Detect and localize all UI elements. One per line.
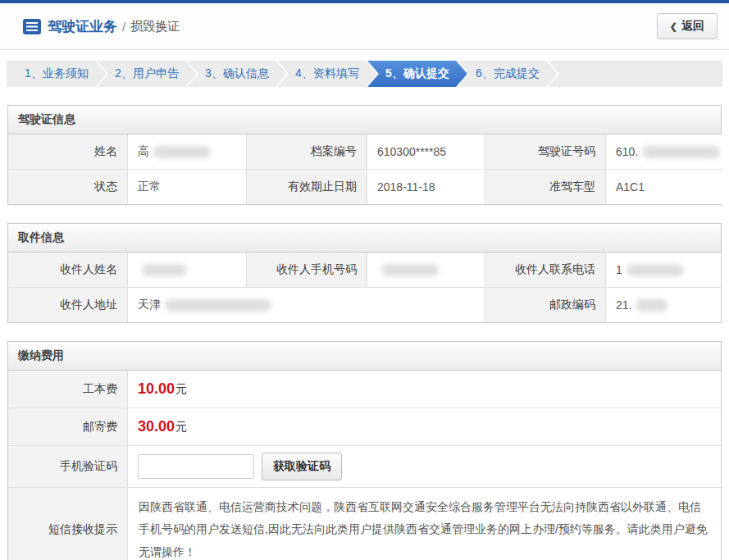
license-info-title: 驾驶证信息	[8, 106, 721, 134]
recipient-name-label: 收件人姓名	[8, 253, 127, 287]
postage-fee-label: 邮寄费	[8, 408, 127, 445]
postage-fee-unit: 元	[175, 420, 187, 435]
expiry-date-label: 有效期止日期	[247, 170, 367, 204]
pickup-info-section: 取件信息 收件人姓名 收件人手机号码 收件人联系电话 1 收件人地址 天津 邮政…	[7, 223, 722, 323]
pickup-info-table: 收件人姓名 收件人手机号码 收件人联系电话 1 收件人地址 天津 邮政编码 21…	[8, 253, 721, 322]
file-number-value: 610300****85	[367, 134, 485, 169]
name-label: 姓名	[8, 134, 127, 169]
production-fee-value: 10.00 元	[128, 371, 721, 407]
postcode-value: 21.	[606, 288, 721, 322]
recipient-address-label: 收件人地址	[8, 288, 127, 322]
postage-fee-value: 30.00 元	[128, 408, 721, 445]
license-number-value: 610.	[606, 134, 729, 169]
step-label: 5、确认提交	[385, 66, 449, 81]
production-fee-label: 工本费	[8, 371, 127, 407]
step-4-fill-data[interactable]: 4、资料填写	[277, 61, 377, 87]
production-fee-unit: 元	[175, 382, 187, 397]
recipient-phone-value: 1	[606, 253, 721, 287]
step-5-confirm-submit-active[interactable]: 5、确认提交	[367, 61, 467, 87]
step-label: 6、完成提交	[476, 66, 540, 81]
step-label: 2、用户申告	[115, 66, 179, 81]
breadcrumb-current: 损毁换证	[130, 19, 180, 34]
redacted-recipient-phone	[626, 264, 684, 276]
name-value: 高	[128, 134, 246, 169]
breadcrumb-separator: /	[122, 20, 125, 34]
production-fee-amount: 10.00	[138, 380, 175, 398]
step-label: 3、确认信息	[205, 66, 269, 81]
vehicle-class-value: A1C1	[606, 170, 729, 204]
breadcrumb: 驾驶证业务 / 损毁换证	[23, 17, 180, 36]
redacted-recipient-name	[142, 264, 187, 276]
postcode-label: 邮政编码	[485, 288, 605, 322]
vehicle-class-label: 准驾车型	[485, 170, 605, 204]
postage-fee-amount: 30.00	[138, 418, 175, 435]
sms-code-input[interactable]	[138, 454, 254, 479]
recipient-name-value	[128, 253, 246, 287]
status-value: 正常	[128, 170, 246, 204]
redacted-recipient-address	[165, 299, 271, 312]
redacted-license-number	[642, 146, 720, 158]
sms-code-label: 手机验证码	[8, 446, 127, 487]
recipient-address-value: 天津	[128, 288, 485, 322]
recipient-mobile-value	[367, 253, 485, 287]
step-label: 1、业务须知	[25, 66, 89, 81]
expiry-date-value: 2018-11-18	[367, 170, 485, 204]
get-sms-code-button[interactable]: 获取验证码	[262, 453, 342, 480]
payment-section: 缴纳费用 工本费 10.00 元 邮寄费 30.00 元 手机验证码 获取验证码…	[7, 341, 722, 560]
redacted-name	[153, 146, 211, 158]
step-wizard: 1、业务须知 2、用户申告 3、确认信息 4、资料填写 5、确认提交 6、完成提…	[7, 61, 722, 87]
back-button-label: 返回	[681, 19, 704, 34]
sms-code-row: 获取验证码	[128, 446, 721, 487]
step-1-business-notice[interactable]: 1、业务须知	[7, 61, 107, 87]
recipient-mobile-label: 收件人手机号码	[247, 253, 367, 287]
license-number-label: 驾驶证号码	[485, 134, 605, 169]
recipient-phone-label: 收件人联系电话	[485, 253, 605, 287]
document-list-icon	[23, 19, 41, 34]
sms-notice-label: 短信接收提示	[8, 488, 127, 560]
step-6-complete-submit[interactable]: 6、完成提交	[458, 61, 558, 87]
payment-table: 工本费 10.00 元 邮寄费 30.00 元 手机验证码 获取验证码 短信接收…	[8, 371, 721, 560]
license-info-table: 姓名 高 档案编号 610300****85 驾驶证号码 610. 状态 正常 …	[8, 134, 721, 204]
step-wizard-filler	[548, 61, 722, 87]
file-number-label: 档案编号	[247, 134, 367, 169]
step-label: 4、资料填写	[295, 66, 359, 81]
status-label: 状态	[8, 170, 127, 204]
redacted-postcode	[636, 299, 668, 312]
page-title: 驾驶证业务	[48, 17, 117, 36]
back-button[interactable]: ❮ 返回	[657, 13, 718, 39]
step-2-user-declaration[interactable]: 2、用户申告	[97, 61, 197, 87]
chevron-left-icon: ❮	[670, 21, 677, 32]
pickup-info-title: 取件信息	[8, 224, 721, 253]
payment-title: 缴纳费用	[8, 342, 721, 371]
page-header: 驾驶证业务 / 损毁换证 ❮ 返回	[0, 3, 729, 50]
redacted-recipient-mobile	[381, 264, 439, 276]
step-3-confirm-info[interactable]: 3、确认信息	[187, 61, 287, 87]
license-info-section: 驾驶证信息 姓名 高 档案编号 610300****85 驾驶证号码 610. …	[7, 105, 722, 205]
sms-notice-text: 因陕西省联通、电信运营商技术问题，陕西省互联网交通安全综合服务管理平台无法向持陕…	[128, 488, 721, 560]
